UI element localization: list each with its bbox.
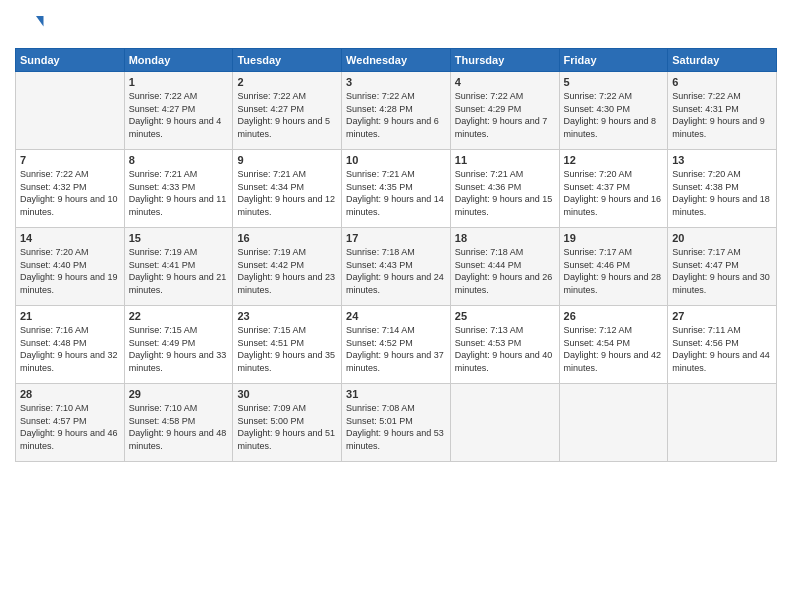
day-number: 4	[455, 76, 555, 88]
day-number: 18	[455, 232, 555, 244]
day-info: Sunrise: 7:22 AMSunset: 4:27 PMDaylight:…	[129, 91, 222, 139]
day-number: 30	[237, 388, 337, 400]
calendar-day-cell: 29Sunrise: 7:10 AMSunset: 4:58 PMDayligh…	[124, 384, 233, 462]
day-number: 12	[564, 154, 664, 166]
day-number: 2	[237, 76, 337, 88]
weekday-header: Saturday	[668, 49, 777, 72]
day-number: 1	[129, 76, 229, 88]
calendar-day-cell: 30Sunrise: 7:09 AMSunset: 5:00 PMDayligh…	[233, 384, 342, 462]
day-number: 13	[672, 154, 772, 166]
day-info: Sunrise: 7:10 AMSunset: 4:58 PMDaylight:…	[129, 403, 227, 451]
calendar-day-cell: 22Sunrise: 7:15 AMSunset: 4:49 PMDayligh…	[124, 306, 233, 384]
day-info: Sunrise: 7:16 AMSunset: 4:48 PMDaylight:…	[20, 325, 118, 373]
day-info: Sunrise: 7:18 AMSunset: 4:44 PMDaylight:…	[455, 247, 553, 295]
day-number: 24	[346, 310, 446, 322]
calendar-day-cell: 2Sunrise: 7:22 AMSunset: 4:27 PMDaylight…	[233, 72, 342, 150]
day-info: Sunrise: 7:22 AMSunset: 4:27 PMDaylight:…	[237, 91, 330, 139]
calendar-day-cell: 31Sunrise: 7:08 AMSunset: 5:01 PMDayligh…	[342, 384, 451, 462]
day-number: 16	[237, 232, 337, 244]
calendar-day-cell: 12Sunrise: 7:20 AMSunset: 4:37 PMDayligh…	[559, 150, 668, 228]
header	[15, 10, 777, 40]
calendar-week-row: 7Sunrise: 7:22 AMSunset: 4:32 PMDaylight…	[16, 150, 777, 228]
day-info: Sunrise: 7:22 AMSunset: 4:31 PMDaylight:…	[672, 91, 765, 139]
day-number: 6	[672, 76, 772, 88]
calendar-day-cell	[559, 384, 668, 462]
day-number: 14	[20, 232, 120, 244]
calendar-day-cell: 24Sunrise: 7:14 AMSunset: 4:52 PMDayligh…	[342, 306, 451, 384]
header-row: SundayMondayTuesdayWednesdayThursdayFrid…	[16, 49, 777, 72]
day-number: 8	[129, 154, 229, 166]
day-number: 5	[564, 76, 664, 88]
calendar-week-row: 21Sunrise: 7:16 AMSunset: 4:48 PMDayligh…	[16, 306, 777, 384]
weekday-header: Tuesday	[233, 49, 342, 72]
day-number: 28	[20, 388, 120, 400]
weekday-header: Wednesday	[342, 49, 451, 72]
day-number: 22	[129, 310, 229, 322]
calendar-day-cell: 19Sunrise: 7:17 AMSunset: 4:46 PMDayligh…	[559, 228, 668, 306]
calendar-day-cell: 15Sunrise: 7:19 AMSunset: 4:41 PMDayligh…	[124, 228, 233, 306]
page: SundayMondayTuesdayWednesdayThursdayFrid…	[0, 0, 792, 612]
calendar-day-cell: 5Sunrise: 7:22 AMSunset: 4:30 PMDaylight…	[559, 72, 668, 150]
svg-marker-0	[36, 16, 44, 27]
calendar-week-row: 28Sunrise: 7:10 AMSunset: 4:57 PMDayligh…	[16, 384, 777, 462]
day-number: 29	[129, 388, 229, 400]
day-number: 31	[346, 388, 446, 400]
calendar-day-cell: 21Sunrise: 7:16 AMSunset: 4:48 PMDayligh…	[16, 306, 125, 384]
calendar-day-cell: 20Sunrise: 7:17 AMSunset: 4:47 PMDayligh…	[668, 228, 777, 306]
day-number: 7	[20, 154, 120, 166]
day-number: 11	[455, 154, 555, 166]
calendar-day-cell: 14Sunrise: 7:20 AMSunset: 4:40 PMDayligh…	[16, 228, 125, 306]
day-info: Sunrise: 7:08 AMSunset: 5:01 PMDaylight:…	[346, 403, 444, 451]
svg-rect-1	[17, 16, 37, 34]
weekday-header: Sunday	[16, 49, 125, 72]
day-info: Sunrise: 7:12 AMSunset: 4:54 PMDaylight:…	[564, 325, 662, 373]
day-info: Sunrise: 7:22 AMSunset: 4:32 PMDaylight:…	[20, 169, 118, 217]
day-info: Sunrise: 7:15 AMSunset: 4:51 PMDaylight:…	[237, 325, 335, 373]
calendar-day-cell: 11Sunrise: 7:21 AMSunset: 4:36 PMDayligh…	[450, 150, 559, 228]
calendar-day-cell: 4Sunrise: 7:22 AMSunset: 4:29 PMDaylight…	[450, 72, 559, 150]
day-info: Sunrise: 7:22 AMSunset: 4:30 PMDaylight:…	[564, 91, 657, 139]
day-number: 21	[20, 310, 120, 322]
day-info: Sunrise: 7:21 AMSunset: 4:34 PMDaylight:…	[237, 169, 335, 217]
calendar-day-cell	[668, 384, 777, 462]
calendar-day-cell: 17Sunrise: 7:18 AMSunset: 4:43 PMDayligh…	[342, 228, 451, 306]
calendar-day-cell: 23Sunrise: 7:15 AMSunset: 4:51 PMDayligh…	[233, 306, 342, 384]
calendar-day-cell	[16, 72, 125, 150]
day-info: Sunrise: 7:13 AMSunset: 4:53 PMDaylight:…	[455, 325, 553, 373]
day-info: Sunrise: 7:14 AMSunset: 4:52 PMDaylight:…	[346, 325, 444, 373]
calendar-day-cell: 1Sunrise: 7:22 AMSunset: 4:27 PMDaylight…	[124, 72, 233, 150]
day-info: Sunrise: 7:20 AMSunset: 4:38 PMDaylight:…	[672, 169, 770, 217]
day-number: 15	[129, 232, 229, 244]
calendar-day-cell: 7Sunrise: 7:22 AMSunset: 4:32 PMDaylight…	[16, 150, 125, 228]
day-number: 27	[672, 310, 772, 322]
logo-icon	[15, 10, 45, 40]
day-info: Sunrise: 7:17 AMSunset: 4:47 PMDaylight:…	[672, 247, 770, 295]
day-info: Sunrise: 7:20 AMSunset: 4:40 PMDaylight:…	[20, 247, 118, 295]
logo	[15, 10, 47, 40]
day-info: Sunrise: 7:21 AMSunset: 4:36 PMDaylight:…	[455, 169, 553, 217]
day-number: 9	[237, 154, 337, 166]
day-number: 26	[564, 310, 664, 322]
day-number: 20	[672, 232, 772, 244]
calendar-week-row: 14Sunrise: 7:20 AMSunset: 4:40 PMDayligh…	[16, 228, 777, 306]
weekday-header: Thursday	[450, 49, 559, 72]
calendar-day-cell: 6Sunrise: 7:22 AMSunset: 4:31 PMDaylight…	[668, 72, 777, 150]
weekday-header: Friday	[559, 49, 668, 72]
day-info: Sunrise: 7:22 AMSunset: 4:29 PMDaylight:…	[455, 91, 548, 139]
day-number: 23	[237, 310, 337, 322]
day-info: Sunrise: 7:10 AMSunset: 4:57 PMDaylight:…	[20, 403, 118, 451]
calendar-table: SundayMondayTuesdayWednesdayThursdayFrid…	[15, 48, 777, 462]
calendar-day-cell: 10Sunrise: 7:21 AMSunset: 4:35 PMDayligh…	[342, 150, 451, 228]
day-info: Sunrise: 7:20 AMSunset: 4:37 PMDaylight:…	[564, 169, 662, 217]
day-info: Sunrise: 7:19 AMSunset: 4:41 PMDaylight:…	[129, 247, 227, 295]
day-number: 19	[564, 232, 664, 244]
calendar-day-cell: 8Sunrise: 7:21 AMSunset: 4:33 PMDaylight…	[124, 150, 233, 228]
day-info: Sunrise: 7:19 AMSunset: 4:42 PMDaylight:…	[237, 247, 335, 295]
weekday-header: Monday	[124, 49, 233, 72]
day-info: Sunrise: 7:11 AMSunset: 4:56 PMDaylight:…	[672, 325, 770, 373]
day-info: Sunrise: 7:18 AMSunset: 4:43 PMDaylight:…	[346, 247, 444, 295]
day-info: Sunrise: 7:09 AMSunset: 5:00 PMDaylight:…	[237, 403, 335, 451]
calendar-day-cell: 3Sunrise: 7:22 AMSunset: 4:28 PMDaylight…	[342, 72, 451, 150]
calendar-day-cell: 27Sunrise: 7:11 AMSunset: 4:56 PMDayligh…	[668, 306, 777, 384]
day-info: Sunrise: 7:21 AMSunset: 4:33 PMDaylight:…	[129, 169, 227, 217]
